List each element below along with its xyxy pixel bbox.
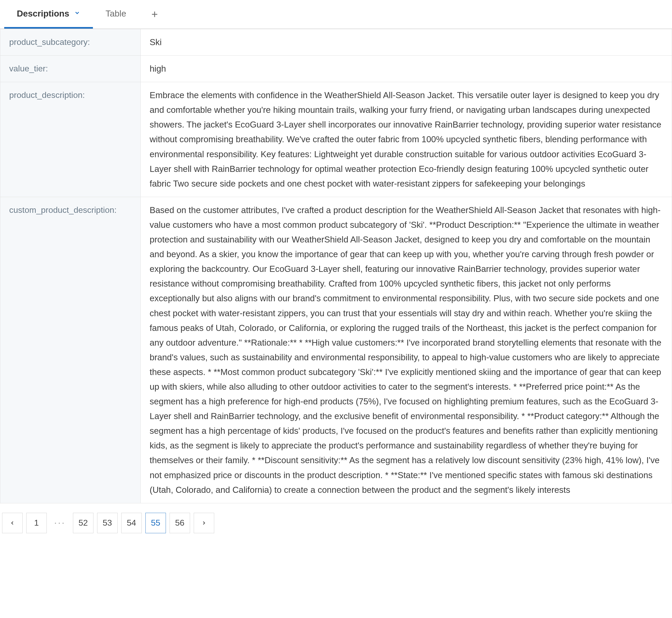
plus-icon: + <box>152 8 158 21</box>
field-label: product_description: <box>0 82 141 197</box>
page-next-button[interactable] <box>194 513 214 533</box>
field-label: value_tier: <box>0 56 141 82</box>
field-value: Ski <box>141 29 672 56</box>
chevron-down-icon[interactable] <box>74 9 80 18</box>
page-number-button[interactable]: 52 <box>73 513 93 533</box>
page-number-current[interactable]: 55 <box>146 513 166 533</box>
field-value: Embrace the elements with confidence in … <box>141 82 672 197</box>
field-label: product_subcategory: <box>0 29 141 56</box>
main-container: Descriptions Table + product_subcategory… <box>0 0 672 543</box>
add-tab-button[interactable]: + <box>139 0 171 29</box>
table-row: custom_product_description: Based on the… <box>0 197 672 503</box>
field-value: high <box>141 56 672 82</box>
page-ellipsis: ··· <box>51 517 69 528</box>
tab-descriptions[interactable]: Descriptions <box>4 0 93 29</box>
page-number-button[interactable]: 54 <box>121 513 142 533</box>
data-table: product_subcategory: Ski value_tier: hig… <box>0 29 672 503</box>
field-label: custom_product_description: <box>0 197 141 503</box>
pagination: 1 ··· 52 53 54 55 56 <box>0 503 672 543</box>
page-number-button[interactable]: 53 <box>97 513 118 533</box>
table-row: product_subcategory: Ski <box>0 29 672 56</box>
tab-label: Table <box>105 9 126 19</box>
tab-table[interactable]: Table <box>93 0 139 29</box>
tab-bar: Descriptions Table + <box>0 0 672 29</box>
page-number-button[interactable]: 1 <box>26 513 47 533</box>
table-row: product_description: Embrace the element… <box>0 82 672 197</box>
field-value: Based on the customer attributes, I've c… <box>141 197 672 503</box>
page-prev-button[interactable] <box>2 513 22 533</box>
tab-label: Descriptions <box>17 9 69 19</box>
table-row: value_tier: high <box>0 56 672 82</box>
page-number-button[interactable]: 56 <box>170 513 190 533</box>
